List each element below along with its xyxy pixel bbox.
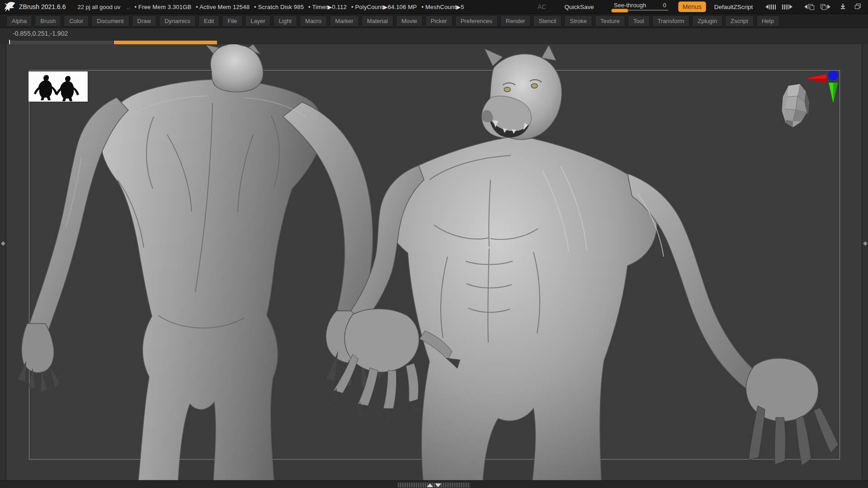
stat-item: • Scratch Disk 985 xyxy=(254,4,304,10)
menu-item[interactable]: Dynamics xyxy=(159,15,196,27)
document-preview-thumbnail[interactable] xyxy=(28,71,88,102)
menu-item[interactable]: Macro xyxy=(300,15,327,27)
triangle-right-icon xyxy=(827,5,830,9)
menu-item[interactable]: Render xyxy=(500,15,531,27)
system-stats: • Free Mem 3.301GB• Active Mem 12548• Sc… xyxy=(134,4,464,10)
menu-item[interactable]: Document xyxy=(91,15,129,27)
menu-item[interactable]: Stencil xyxy=(533,15,561,27)
defaultzscript-button[interactable]: DefaultZScript xyxy=(712,3,756,11)
titlebar-right-controls: AC QuickSave See-through 0 Menus Default… xyxy=(535,0,868,14)
menu-item[interactable]: Texture xyxy=(595,15,625,27)
ac-button[interactable]: AC xyxy=(535,3,549,11)
menu-item[interactable]: Picker xyxy=(425,15,453,27)
menu-item[interactable]: Edit xyxy=(198,15,219,27)
preview-silhouettes-image xyxy=(28,71,88,102)
triangle-left-icon xyxy=(765,5,769,9)
gizmo-z-axis-icon[interactable] xyxy=(828,70,838,80)
window-stack-icon xyxy=(808,4,814,10)
stat-item: • Active Mem 12548 xyxy=(196,4,250,10)
menu-item[interactable]: Color xyxy=(64,15,89,27)
menu-item[interactable]: Light xyxy=(274,15,297,27)
window-titlebar: ZBrush 2021.6.6 22 pj all good uv .. • F… xyxy=(0,0,868,14)
prev-document-button[interactable] xyxy=(804,3,814,10)
minimize-button[interactable] xyxy=(840,3,846,11)
see-through-handle[interactable] xyxy=(611,9,628,13)
menus-button[interactable]: Menus xyxy=(678,1,706,12)
quicksave-button[interactable]: QuickSave xyxy=(561,3,596,11)
bars-icon xyxy=(782,5,788,9)
divider-up-icon xyxy=(427,483,433,487)
canvas-viewport[interactable] xyxy=(0,44,868,480)
left-tray-handle[interactable] xyxy=(0,44,6,480)
coordinates-readout: -0.855,0.251,-1.902 xyxy=(13,30,68,37)
menu-item[interactable]: Brush xyxy=(35,15,61,27)
menu-item[interactable]: Draw xyxy=(132,15,156,27)
collapse-left-tray-button[interactable] xyxy=(765,3,776,10)
stat-item: • PolyCount▶64.106 MP xyxy=(351,4,417,10)
menu-item[interactable]: Tool xyxy=(628,15,650,27)
triangle-left-icon xyxy=(804,5,807,9)
menu-item[interactable]: Zscript xyxy=(725,15,754,27)
bottom-bar xyxy=(0,480,868,488)
stat-item: • MeshCount▶5 xyxy=(421,4,464,10)
tray-toggle-icons xyxy=(765,3,830,10)
see-through-label: See-through xyxy=(614,2,646,9)
restore-icon xyxy=(855,4,861,9)
zbrush-window: ZBrush 2021.6.6 22 pj all good uv .. • F… xyxy=(0,0,868,488)
bottom-tray-handle[interactable] xyxy=(398,483,470,488)
position-active-segment xyxy=(114,41,217,44)
menu-item[interactable]: Preferences xyxy=(455,15,498,27)
divider-down-icon xyxy=(435,483,441,487)
stat-item: • Timer▶0.112 xyxy=(308,4,347,10)
see-through-value: 0 xyxy=(663,2,666,9)
menu-item[interactable]: Stroke xyxy=(564,15,592,27)
bars-icon xyxy=(769,5,776,9)
menu-bar: AlphaBrushColorDocumentDrawDynamicsEditF… xyxy=(0,14,868,28)
document-position-slider[interactable] xyxy=(10,41,217,44)
position-track-segment xyxy=(10,41,113,44)
collapse-right-tray-button[interactable] xyxy=(782,3,793,10)
menu-item[interactable]: Help xyxy=(756,15,779,27)
window-stack-icon xyxy=(821,4,826,10)
document-frame xyxy=(29,70,840,460)
app-title: ZBrush 2021.6.6 xyxy=(19,3,66,10)
zbrush-logo-icon xyxy=(4,1,15,12)
right-tray-handle[interactable] xyxy=(862,44,868,480)
menu-item[interactable]: File xyxy=(222,15,242,27)
menu-item[interactable]: Layer xyxy=(245,15,271,27)
menu-item[interactable]: Marker xyxy=(330,15,359,27)
menu-item[interactable]: Transform xyxy=(652,15,690,27)
next-document-button[interactable] xyxy=(821,3,830,10)
menu-item[interactable]: Zplugin xyxy=(692,15,722,27)
restore-button[interactable] xyxy=(855,4,861,10)
title-dots: .. xyxy=(127,4,130,10)
menu-item[interactable]: Alpha xyxy=(6,15,32,27)
gizmo-y-axis-shade xyxy=(833,83,838,103)
camera-head-preview[interactable] xyxy=(778,83,812,134)
triangle-right-icon xyxy=(789,5,793,9)
document-title: 22 pj all good uv xyxy=(78,4,121,10)
see-through-slider[interactable]: See-through 0 xyxy=(611,1,668,13)
menu-item[interactable]: Movie xyxy=(396,15,423,27)
info-row: -0.855,0.251,-1.902 xyxy=(0,28,868,44)
stat-item: • Free Mem 3.301GB xyxy=(134,4,191,10)
menu-item[interactable]: Material xyxy=(362,15,393,27)
gizmo-x-axis-shade xyxy=(806,79,826,83)
minimize-icon xyxy=(840,3,846,9)
